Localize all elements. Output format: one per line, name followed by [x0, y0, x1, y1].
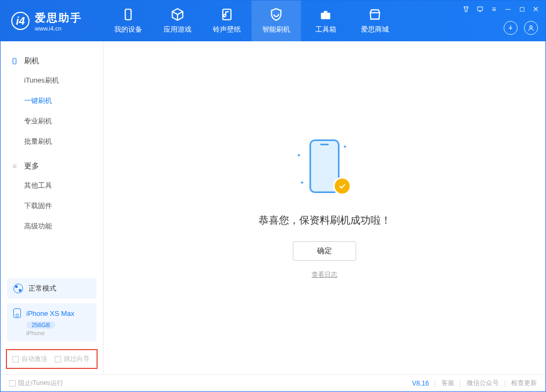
user-button[interactable]: [524, 21, 538, 35]
phone-icon: [10, 57, 19, 65]
app-subtitle: www.i4.cn: [35, 25, 82, 32]
status-left: 阻止iTunes运行: [9, 379, 63, 388]
logo-area: i4 爱思助手 www.i4.cn: [1, 1, 93, 41]
sidebar-item-download-firmware[interactable]: 下载固件: [1, 196, 103, 216]
checkbox-label: 自动激活: [21, 354, 47, 364]
feedback-icon[interactable]: [476, 5, 484, 13]
maximize-button[interactable]: [518, 5, 526, 13]
success-illustration: ✦ ✦ ✦: [292, 136, 357, 201]
sidebar-section-more: ≡ 更多 其他工具 下载固件 高级功能: [1, 157, 103, 236]
menu-icon[interactable]: ≡: [490, 5, 498, 13]
svg-rect-3: [324, 11, 328, 13]
separator: |: [504, 380, 506, 387]
device-box[interactable]: iPhone XS Max 256GB iPhone: [7, 303, 97, 342]
nav-tab-apps[interactable]: 应用游戏: [153, 1, 202, 41]
nav-tab-flash[interactable]: 智能刷机: [252, 1, 301, 41]
checkbox-auto-activate[interactable]: 自动激活: [12, 354, 47, 364]
shop-icon: [368, 8, 382, 21]
toolbox-icon: [319, 8, 333, 21]
svg-rect-4: [477, 7, 482, 11]
checkbox-stop-itunes[interactable]: 阻止iTunes运行: [9, 379, 63, 388]
sparkle-icon: ✦: [297, 152, 301, 158]
device-icon: [121, 8, 135, 21]
nav-tab-label: 爱思商城: [361, 25, 389, 34]
nav-tab-toolbox[interactable]: 工具箱: [301, 1, 350, 41]
header: i4 爱思助手 www.i4.cn 我的设备 应用游戏 铃声壁纸 智能刷机: [1, 1, 545, 41]
shield-refresh-icon: [269, 8, 283, 21]
nav-tab-label: 智能刷机: [262, 25, 290, 34]
sidebar-section-title: 刷机: [24, 56, 39, 66]
device-row: iPhone XS Max: [13, 308, 90, 318]
nav-tab-label: 应用游戏: [164, 25, 191, 34]
body: 刷机 iTunes刷机 一键刷机 专业刷机 批量刷机 ≡ 更多 其他工具 下载固…: [1, 41, 545, 374]
shirt-icon[interactable]: [462, 5, 470, 13]
nav-tab-label: 工具箱: [315, 25, 336, 34]
list-icon: ≡: [10, 162, 19, 171]
svg-rect-5: [520, 7, 523, 11]
checkbox-label: 跳过向导: [64, 354, 90, 364]
sidebar-item-onekey-flash[interactable]: 一键刷机: [1, 91, 103, 111]
svg-rect-7: [13, 58, 16, 64]
status-link-update[interactable]: 检查更新: [511, 379, 537, 388]
status-link-support[interactable]: 客服: [441, 379, 454, 388]
status-bar: 阻止iTunes运行 V8.16 | 客服 | 微信公众号 | 检查更新: [1, 374, 545, 391]
device-capacity: 256GB: [26, 321, 55, 329]
view-log-link[interactable]: 查看日志: [312, 270, 337, 279]
nav-tabs: 我的设备 应用游戏 铃声壁纸 智能刷机 工具箱 爱思商城: [104, 1, 400, 41]
nav-tab-label: 我的设备: [114, 25, 142, 34]
nav-tab-ringtones[interactable]: 铃声壁纸: [202, 1, 252, 41]
sparkle-icon: ✦: [343, 144, 347, 150]
mode-box[interactable]: 正常模式: [7, 278, 97, 299]
checkbox-label: 阻止iTunes运行: [18, 379, 63, 388]
sidebar-item-batch-flash[interactable]: 批量刷机: [1, 131, 103, 152]
sidebar-header-more: ≡ 更多: [1, 157, 103, 175]
svg-point-6: [530, 26, 533, 28]
sidebar-item-other-tools[interactable]: 其他工具: [1, 175, 103, 196]
logo-icon: i4: [11, 12, 29, 30]
logo-text: 爱思助手 www.i4.cn: [35, 11, 82, 32]
success-message: 恭喜您，保资料刷机成功啦！: [259, 213, 391, 227]
download-button[interactable]: [504, 21, 518, 35]
sidebar: 刷机 iTunes刷机 一键刷机 专业刷机 批量刷机 ≡ 更多 其他工具 下载固…: [1, 41, 104, 374]
checkbox-icon: [55, 356, 61, 363]
status-link-wechat[interactable]: 微信公众号: [467, 379, 499, 388]
window-controls: ≡ ─ ✕: [462, 5, 540, 13]
sidebar-header-flash: 刷机: [1, 52, 103, 70]
phone-small-icon: [13, 308, 21, 318]
sparkle-icon: ✦: [300, 180, 304, 186]
separator: |: [460, 380, 461, 387]
nav-tab-label: 铃声壁纸: [213, 25, 241, 34]
music-file-icon: [220, 8, 234, 21]
cube-icon: [171, 8, 185, 21]
device-name: iPhone XS Max: [26, 309, 75, 317]
minimize-button[interactable]: ─: [504, 5, 512, 13]
checkbox-icon: [12, 356, 19, 363]
bottom-options-highlighted: 自动激活 跳过向导: [6, 349, 98, 369]
mode-icon: [13, 284, 23, 293]
sidebar-item-itunes-flash[interactable]: iTunes刷机: [1, 70, 103, 91]
check-badge-icon: [333, 177, 351, 195]
separator: |: [434, 380, 436, 387]
sidebar-item-pro-flash[interactable]: 专业刷机: [1, 111, 103, 131]
status-right: V8.16 | 客服 | 微信公众号 | 检查更新: [412, 379, 537, 388]
nav-tab-device[interactable]: 我的设备: [104, 1, 153, 41]
svg-rect-2: [321, 13, 330, 19]
sidebar-section-title: 更多: [24, 161, 39, 171]
device-type: iPhone: [26, 330, 90, 336]
close-button[interactable]: ✕: [532, 5, 540, 13]
main-content: ✦ ✦ ✦ 恭喜您，保资料刷机成功啦！ 确定 查看日志: [104, 41, 545, 374]
app-window: i4 爱思助手 www.i4.cn 我的设备 应用游戏 铃声壁纸 智能刷机: [0, 0, 546, 392]
header-actions: [504, 21, 538, 35]
svg-rect-0: [126, 9, 131, 20]
app-title: 爱思助手: [35, 11, 82, 25]
checkbox-icon: [9, 380, 16, 387]
checkbox-skip-guide[interactable]: 跳过向导: [55, 354, 90, 364]
version-label: V8.16: [412, 380, 429, 387]
sidebar-item-advanced[interactable]: 高级功能: [1, 216, 103, 236]
nav-tab-store[interactable]: 爱思商城: [350, 1, 400, 41]
mode-label: 正常模式: [28, 284, 56, 293]
ok-button[interactable]: 确定: [293, 241, 356, 261]
sidebar-section-flash: 刷机 iTunes刷机 一键刷机 专业刷机 批量刷机: [1, 52, 103, 152]
